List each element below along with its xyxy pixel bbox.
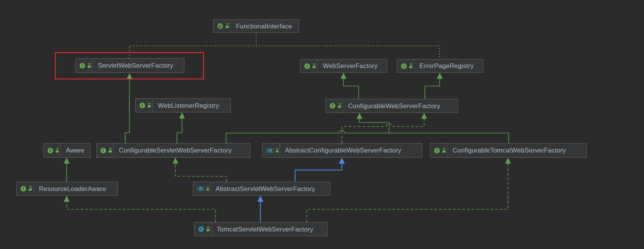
node-icon-cell: @ (214, 20, 231, 32)
arrowhead (64, 196, 70, 202)
edge-functional-interface-link (129, 33, 439, 59)
interface-icon: I (329, 103, 336, 109)
edge-aswsf-extends-acwsf (295, 158, 345, 182)
edge-rla-extends-aware (64, 158, 70, 182)
edge-acwsf-implements-cwsf (342, 113, 427, 143)
interface-icon: I (304, 63, 310, 69)
interface-icon: I (139, 102, 145, 109)
node-label: AbstractConfigurableWebServerFactory (280, 144, 407, 157)
node-icon-cell: I (397, 60, 414, 72)
public-lock-icon (28, 186, 33, 191)
node-web-listener-registry[interactable]: I WebListenerRegistry (135, 98, 231, 112)
node-abstract-configurable-web-server-factory[interactable]: C AbstractConfigurableWebServerFactory (262, 143, 422, 158)
svg-text:I: I (50, 148, 51, 153)
node-icon-cell: I (136, 99, 153, 112)
public-lock-icon (87, 63, 92, 68)
node-error-page-registry[interactable]: I ErrorPageRegistry (397, 59, 483, 73)
svg-text:I: I (403, 64, 405, 68)
edge-tswsf-implements-ctwsf (307, 158, 511, 222)
public-lock-icon (337, 103, 342, 109)
node-label: FunctionalInterface (231, 20, 297, 32)
node-icon-cell: C (193, 182, 211, 195)
edge-tswsf-implements-rla (64, 196, 216, 222)
node-configurable-web-server-factory[interactable]: I ConfigurableWebServerFactory (326, 99, 458, 113)
svg-text:C: C (269, 149, 271, 152)
node-label: AbstractServletWebServerFactory (211, 182, 320, 195)
edge-cwsf-extends-epr (425, 73, 443, 99)
public-lock-icon (147, 103, 152, 108)
node-resource-loader-aware[interactable]: I ResourceLoaderAware (16, 182, 118, 196)
interface-icon: I (401, 63, 407, 69)
node-icon-cell: I (301, 60, 318, 72)
svg-text:@: @ (218, 24, 222, 28)
arrowhead (179, 112, 185, 119)
node-icon-cell: C (195, 223, 212, 236)
interface-icon: I (47, 147, 53, 154)
public-lock-icon (311, 63, 317, 69)
node-tomcat-servlet-web-server-factory[interactable]: C TomcatServletWebServerFactory (194, 222, 327, 236)
node-functional-interface[interactable]: @ FunctionalInterface (213, 19, 299, 33)
node-label: ErrorPageRegistry (414, 60, 479, 72)
node-aware[interactable]: I Aware (43, 143, 90, 158)
edge-cswsf-ctwsf-extends-cwsf (226, 113, 509, 143)
edge-tswsf-extends-aswsf (258, 196, 264, 222)
arrowhead (421, 113, 427, 119)
node-icon-cell: I (17, 182, 34, 195)
node-configurable-tomcat-web-server-factory[interactable]: I ConfigurableTomcatWebServerFactory (430, 143, 587, 158)
svg-text:I: I (23, 186, 24, 191)
node-icon-cell: I (97, 144, 114, 157)
edge-cswsf-extends-wlr (177, 112, 185, 143)
node-label: ServletWebServerFactory (93, 59, 179, 72)
annotation-icon: @ (217, 23, 223, 29)
public-lock-icon (275, 148, 280, 153)
interface-icon: I (100, 147, 106, 154)
svg-text:I: I (103, 148, 104, 153)
svg-text:I: I (306, 64, 308, 68)
arrowhead (437, 73, 443, 79)
svg-text:I: I (332, 103, 333, 108)
svg-text:I: I (436, 148, 438, 153)
arrowhead (357, 113, 363, 119)
uml-diagram-canvas: @ FunctionalInterface I ServletWebServer… (0, 0, 644, 249)
arrowhead (341, 73, 347, 79)
arrowhead (339, 158, 345, 164)
node-servlet-web-server-factory[interactable]: I ServletWebServerFactory (75, 58, 184, 73)
svg-text:I: I (142, 103, 143, 107)
node-label: ConfigurableServletWebServerFactory (114, 144, 237, 157)
node-abstract-servlet-web-server-factory[interactable]: C AbstractServletWebServerFactory (193, 182, 330, 196)
node-label: ConfigurableWebServerFactory (343, 99, 446, 112)
public-lock-icon (225, 23, 230, 29)
node-icon-cell: I (44, 144, 61, 157)
public-lock-icon (108, 148, 113, 153)
edge-cswsf-extends-swsf (125, 73, 133, 143)
node-label: ConfigurableTomcatWebServerFactory (448, 144, 571, 157)
arrowhead (505, 158, 511, 164)
node-label: ResourceLoaderAware (34, 182, 111, 195)
public-lock-icon (205, 226, 211, 232)
public-lock-icon (55, 148, 60, 153)
class-icon: C (198, 226, 204, 232)
public-lock-icon (205, 186, 210, 191)
node-label: WebListenerRegistry (153, 99, 225, 112)
node-icon-cell: I (430, 144, 448, 157)
edge-aswsf-implements-cswsf (173, 158, 227, 182)
abstract-class-icon: C (266, 147, 274, 154)
node-web-server-factory[interactable]: I WebServerFactory (300, 59, 387, 73)
node-icon-cell: I (326, 99, 343, 112)
public-lock-icon (441, 148, 447, 153)
arrowhead (64, 158, 70, 164)
node-icon-cell: I (76, 59, 93, 72)
svg-text:C: C (200, 187, 202, 191)
node-label: Aware (61, 144, 90, 157)
edge-cwsf-extends-wsf (341, 73, 359, 99)
node-label: TomcatServletWebServerFactory (212, 223, 319, 236)
interface-icon: I (79, 63, 85, 69)
public-lock-icon (408, 63, 414, 69)
edges-layer (0, 0, 644, 249)
arrowhead (173, 158, 179, 164)
interface-icon: I (434, 147, 440, 154)
abstract-class-icon: C (197, 186, 204, 192)
svg-text:I: I (81, 63, 83, 68)
arrowhead (258, 196, 264, 202)
node-configurable-servlet-web-server-factory[interactable]: I ConfigurableServletWebServerFactory (96, 143, 250, 158)
